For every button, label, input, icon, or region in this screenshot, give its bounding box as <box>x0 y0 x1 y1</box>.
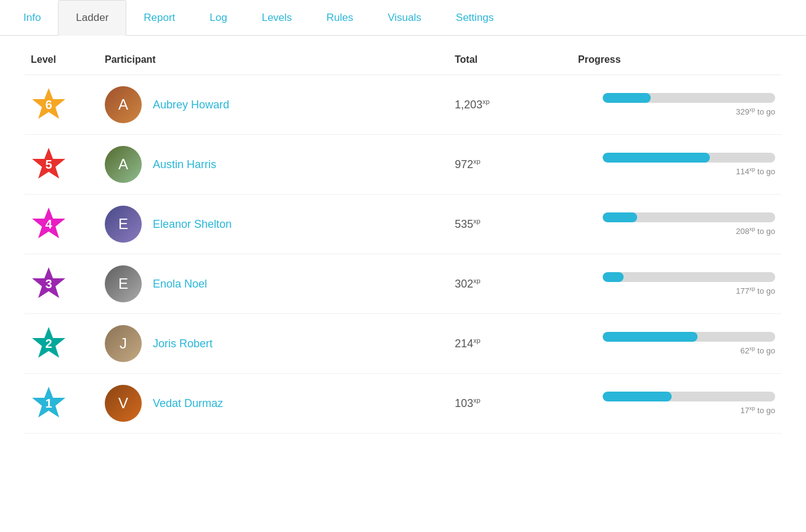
total-cell: 302xp <box>455 277 578 291</box>
progress-label: 62xp to go <box>740 345 775 355</box>
level-cell: 1 <box>31 385 105 421</box>
star-badge: 3 <box>31 266 67 302</box>
participant-cell: EEleanor Shelton <box>105 206 455 243</box>
participant-cell: JJoris Robert <box>105 325 455 362</box>
total-cell: 535xp <box>455 217 578 231</box>
col-total: Total <box>455 54 578 65</box>
progress-bar-container <box>603 153 775 163</box>
participant-name[interactable]: Aubrey Howard <box>153 99 229 111</box>
ladder-table: 6AAubrey Howard1,203xp329xp to go 5AAust… <box>25 75 781 433</box>
progress-label: 177xp to go <box>736 286 775 296</box>
progress-bar-fill <box>603 332 698 342</box>
star-badge: 1 <box>31 385 67 421</box>
participant-cell: AAubrey Howard <box>105 86 455 123</box>
avatar: J <box>105 325 142 362</box>
level-cell: 3 <box>31 266 105 302</box>
progress-bar-container <box>603 212 775 222</box>
participant-cell: AAustin Harris <box>105 146 455 183</box>
tab-rules[interactable]: Rules <box>309 0 370 35</box>
progress-cell: 208xp to go <box>578 212 775 236</box>
level-cell: 2 <box>31 326 105 361</box>
level-cell: 4 <box>31 206 105 242</box>
progress-bar-fill <box>603 272 624 282</box>
progress-cell: 17xp to go <box>578 392 775 415</box>
level-cell: 6 <box>31 87 105 123</box>
participant-name[interactable]: Enola Noel <box>153 278 207 291</box>
progress-label: 329xp to go <box>736 107 775 116</box>
star-badge: 5 <box>31 147 67 182</box>
progress-cell: 177xp to go <box>578 272 775 296</box>
star-badge: 2 <box>31 326 67 361</box>
total-cell: 214xp <box>455 337 578 350</box>
avatar: A <box>105 86 142 123</box>
tab-ladder[interactable]: Ladder <box>58 0 126 36</box>
avatar: V <box>105 385 142 422</box>
progress-label: 208xp to go <box>736 226 775 236</box>
avatar: A <box>105 146 142 183</box>
total-cell: 103xp <box>455 397 578 410</box>
tab-log[interactable]: Log <box>192 0 244 35</box>
progress-bar-fill <box>603 212 637 222</box>
participant-name[interactable]: Vedat Durmaz <box>153 397 223 410</box>
tab-bar: InfoLadderReportLogLevelsRulesVisualsSet… <box>0 0 806 36</box>
participant-name[interactable]: Eleanor Shelton <box>153 218 232 231</box>
progress-cell: 62xp to go <box>578 332 775 355</box>
table-row: 1VVedat Durmaz103xp17xp to go <box>25 374 781 433</box>
progress-bar-container <box>603 332 775 342</box>
level-cell: 5 <box>31 147 105 182</box>
progress-bar-fill <box>603 153 710 163</box>
tab-report[interactable]: Report <box>126 0 192 35</box>
tab-visuals[interactable]: Visuals <box>370 0 439 35</box>
table-header: Level Participant Total Progress <box>25 54 781 75</box>
star-badge: 4 <box>31 206 67 242</box>
total-cell: 972xp <box>455 158 578 171</box>
progress-bar-fill <box>603 392 672 401</box>
avatar: E <box>105 265 142 302</box>
participant-cell: VVedat Durmaz <box>105 385 455 422</box>
avatar: E <box>105 206 142 243</box>
participant-name[interactable]: Austin Harris <box>153 158 216 171</box>
star-badge: 6 <box>31 87 67 123</box>
progress-label: 17xp to go <box>740 405 775 415</box>
participant-name[interactable]: Joris Robert <box>153 337 213 350</box>
progress-bar-container <box>603 93 775 103</box>
progress-bar-fill <box>603 93 651 103</box>
progress-bar-container <box>603 272 775 282</box>
progress-cell: 329xp to go <box>578 93 775 116</box>
tab-settings[interactable]: Settings <box>439 0 511 35</box>
progress-label: 114xp to go <box>736 166 775 176</box>
progress-cell: 114xp to go <box>578 153 775 176</box>
total-cell: 1,203xp <box>455 98 578 111</box>
table-row: 4EEleanor Shelton535xp208xp to go <box>25 195 781 254</box>
tab-info[interactable]: Info <box>6 0 58 35</box>
table-row: 5AAustin Harris972xp114xp to go <box>25 135 781 195</box>
table-row: 2JJoris Robert214xp62xp to go <box>25 314 781 374</box>
tab-levels[interactable]: Levels <box>245 0 309 35</box>
main-content: Level Participant Total Progress 6AAubre… <box>0 36 806 452</box>
col-participant: Participant <box>105 54 455 65</box>
col-level: Level <box>31 54 105 65</box>
table-row: 6AAubrey Howard1,203xp329xp to go <box>25 75 781 135</box>
table-row: 3EEnola Noel302xp177xp to go <box>25 254 781 314</box>
participant-cell: EEnola Noel <box>105 265 455 302</box>
col-progress: Progress <box>578 54 775 65</box>
progress-bar-container <box>603 392 775 401</box>
